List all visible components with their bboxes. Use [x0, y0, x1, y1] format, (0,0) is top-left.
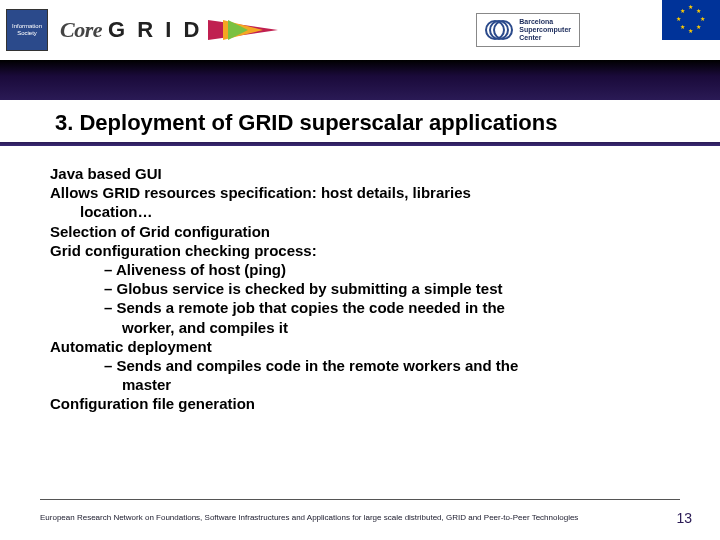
logo-grid-text: G R I D [108, 17, 202, 43]
header-dark-band [0, 60, 720, 100]
bsc-line: Barcelona [519, 18, 571, 26]
page-number: 13 [676, 510, 692, 526]
bullet-level1: Grid configuration checking process: [50, 241, 680, 260]
logo-triangle-icon [228, 20, 248, 40]
bullet-level2: Globus service is checked by submitting … [50, 279, 680, 298]
bullet-level1: Selection of Grid configuration [50, 222, 680, 241]
header-bar: Information Society Core G R I D Barcelo… [0, 0, 720, 60]
logo-core-text: Core [60, 17, 102, 43]
bullet-level1-cont: location… [50, 202, 680, 221]
bullet-level2-cont: worker, and compiles it [50, 318, 680, 337]
bsc-rings-icon [485, 18, 513, 42]
bullet-level2: Aliveness of host (ping) [50, 260, 680, 279]
bsc-logo: Barcelona Supercomputer Center [476, 13, 580, 47]
bullet-level1: Java based GUI [50, 164, 680, 183]
eu-flag-icon: ★ ★ ★ ★ ★ ★ ★ ★ [662, 0, 720, 40]
information-society-logo: Information Society [6, 9, 48, 51]
footer-text: European Research Network on Foundations… [40, 513, 578, 522]
coregrid-logo: Core G R I D [60, 17, 248, 43]
bullet-level1: Configuration file generation [50, 394, 680, 413]
footer-divider [40, 499, 680, 500]
bullet-level1: Automatic deployment [50, 337, 680, 356]
bsc-text: Barcelona Supercomputer Center [519, 18, 571, 41]
bullet-level1: Allows GRID resources specification: hos… [50, 183, 680, 202]
slide-body: Java based GUI Allows GRID resources spe… [0, 146, 720, 413]
bullet-level2-cont: master [50, 375, 680, 394]
bullet-level2: Sends and compiles code in the remote wo… [50, 356, 680, 375]
bsc-line: Center [519, 34, 571, 42]
slide-title: 3. Deployment of GRID superscalar applic… [0, 100, 720, 142]
bsc-line: Supercomputer [519, 26, 571, 34]
bullet-level2: Sends a remote job that copies the code … [50, 298, 680, 317]
